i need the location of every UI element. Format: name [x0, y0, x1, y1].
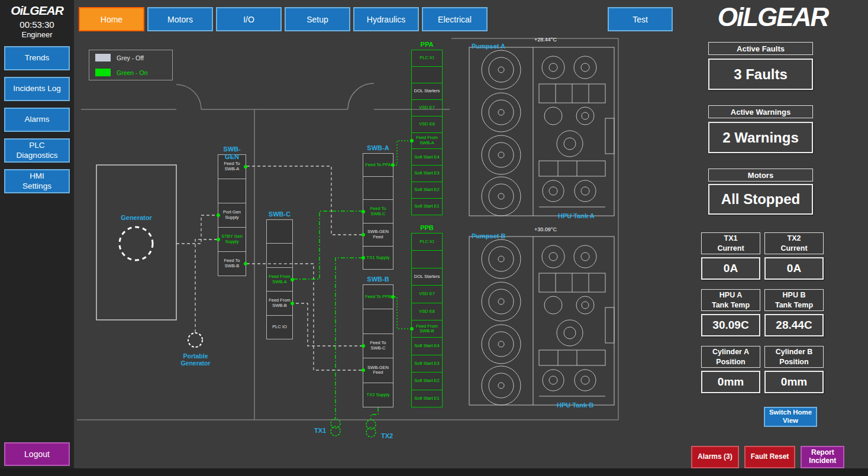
readout-header: TX2 Current — [764, 232, 824, 254]
legend-item: Grey - Off — [95, 54, 166, 61]
breaker-cell: STBY Gen Supply — [218, 228, 246, 252]
breaker-cell-label: Feed To SWB-A — [219, 161, 245, 171]
panel-swb-b: SWB-BFeed To PPBFeed To SWB-CSWB-GEN Fee… — [363, 276, 393, 407]
tab-motors[interactable]: Motors — [147, 7, 213, 31]
connection-dot — [244, 262, 247, 265]
connection-dot — [362, 256, 365, 260]
breaker-cell: DOL Starters — [412, 268, 442, 286]
breaker-cell-label: VSD E8 — [419, 122, 435, 127]
breaker-cell: PLC IO — [267, 316, 292, 339]
breaker-cell: Port Gen Supply — [218, 203, 246, 228]
breaker-cell: Feed To SWB-C — [363, 334, 393, 358]
breaker-cell-label: VSD E7 — [419, 292, 435, 297]
breaker-cell: Feed From SWB-B — [267, 292, 292, 315]
connection-dot — [291, 302, 294, 305]
breaker-cell-label: Soft Start E4 — [414, 344, 440, 349]
breaker-cell: Feed From SWB-A — [412, 133, 442, 150]
readout-hpu-b-tank-temp: HPU B Tank Temp28.44C — [764, 289, 824, 336]
readout-hpu-a-tank-temp: HPU A Tank Temp30.09C — [701, 289, 760, 336]
pumpset-a-label: Pumpset A — [472, 43, 505, 50]
breaker-cell: DOL Starters — [412, 83, 442, 100]
logout-button[interactable]: Logout — [4, 442, 70, 466]
panel-title: PPA — [411, 41, 443, 48]
panel-ppa: PPAPLC IODOL StartersVSD E7VSD E8Feed Fr… — [411, 41, 443, 215]
breaker-cell-label: DOL Starters — [414, 89, 440, 94]
bottom-action-buttons: Alarms (3)Fault ResetReport Incident — [691, 446, 844, 468]
panel-title: SWB-GEN — [218, 145, 246, 153]
breaker-cell — [363, 309, 393, 333]
panel-title: SWB-C — [266, 211, 293, 218]
breaker-cell — [267, 220, 292, 244]
panel-cells: PLC IODOL StartersVSD E7VSD E8Feed From … — [411, 233, 443, 407]
breaker-cell-label: Soft Start E3 — [414, 361, 440, 367]
breaker-cell-label: TX2 Supply — [367, 393, 390, 398]
pumpset-b-temp: +30.09°C — [534, 226, 557, 232]
connection-dot — [217, 238, 220, 241]
sidebar-item-incidents-log[interactable]: Incidents Log — [4, 77, 70, 101]
breaker-cell: VSD E8 — [412, 116, 442, 133]
breaker-cell-label: VSD E8 — [419, 309, 435, 315]
breaker-cell-label: PLC IO — [420, 56, 434, 61]
active-warnings-header: Active Warnings — [708, 105, 813, 118]
readout-header: Cylinder A Position — [701, 346, 760, 368]
readout-tx1-current: TX1 Current0A — [701, 232, 760, 280]
sidebar-item-plc-diagnostics[interactable]: PLC Diagnostics — [4, 138, 70, 163]
breaker-cell-label: Soft Start E3 — [414, 171, 440, 176]
sidebar-item-hmi-settings[interactable]: HMI Settings — [4, 169, 70, 193]
hpu-tank-b-label: HPU Tank B — [557, 401, 593, 409]
oilgear-logo-small: OiLGEAR — [0, 0, 74, 18]
fault-reset-button[interactable]: Fault Reset — [744, 446, 796, 468]
tab-setup[interactable]: Setup — [285, 7, 350, 31]
sidebar-buttons: TrendsIncidents LogAlarmsPLC Diagnostics… — [4, 46, 70, 193]
sidebar: OiLGEAR 00:53:30 Engineer TrendsIncident… — [0, 0, 74, 476]
breaker-cell-label: Feed To SWB-C — [364, 341, 392, 351]
breaker-cell-label: Soft Start E4 — [414, 155, 440, 160]
hpu-tank-a-label: HPU Tank A — [558, 212, 595, 219]
panel-swb-c: SWB-CFeed From SWB-AFeed From SWB-BPLC I… — [266, 211, 293, 339]
generator-symbol — [120, 227, 153, 260]
breaker-cell: Feed To SWB-B — [218, 252, 246, 276]
report-incident-button[interactable]: Report Incident — [801, 446, 844, 468]
tab-home[interactable]: Home — [79, 7, 144, 31]
breaker-cell: Feed To SWB-C — [363, 200, 393, 223]
panel-ppb: PPBPLC IODOL StartersVSD E7VSD E8Feed Fr… — [411, 224, 443, 407]
active-faults-value: 3 Faults — [708, 59, 813, 90]
tab-electrical[interactable]: Electrical — [422, 7, 488, 31]
tab-hydraulics[interactable]: Hydraulics — [353, 7, 419, 31]
legend-label: Grey - Off — [117, 54, 144, 61]
breaker-cell: Soft Start E4 — [412, 149, 442, 166]
alarms-3-button[interactable]: Alarms (3) — [691, 446, 739, 468]
panel-cells: Feed To PPAFeed To SWB-CSWB-GEN FeedTX1 … — [363, 153, 393, 270]
readout-value: 0A — [764, 257, 824, 280]
breaker-cell-label: DOL Starters — [414, 274, 440, 280]
breaker-cell — [412, 251, 442, 268]
power-lines-on — [293, 141, 411, 420]
breaker-cell: SWB-GEN Feed — [363, 358, 393, 383]
readout-cylinder-a-position: Cylinder A Position0mm — [701, 346, 760, 393]
tab-i-o[interactable]: I/O — [216, 7, 282, 31]
breaker-cell — [363, 177, 393, 200]
breaker-cell: Feed To SWB-A — [218, 155, 246, 179]
test-button[interactable]: Test — [608, 7, 673, 31]
breaker-cell-label: Feed From SWB-A — [412, 135, 441, 145]
readout-header: HPU A Tank Temp — [701, 289, 760, 311]
breaker-cell-label: Feed To PPB — [365, 294, 391, 300]
generator-label: Generator — [96, 214, 176, 221]
sidebar-item-alarms[interactable]: Alarms — [4, 108, 70, 132]
breaker-cell-label: STBY Gen Supply — [219, 234, 245, 244]
breaker-cell: Feed To PPA — [363, 154, 393, 177]
breaker-cell-label: Port Gen Supply — [219, 210, 245, 220]
sidebar-item-trends[interactable]: Trends — [4, 46, 70, 70]
switch-home-view-button[interactable]: Switch Home View — [764, 407, 817, 427]
breaker-cell: Soft Start E2 — [412, 182, 442, 199]
pumpset-b-label: Pumpset B — [472, 232, 505, 239]
readout-header: HPU B Tank Temp — [764, 289, 824, 311]
breaker-cell-label: SWB-GEN Feed — [364, 365, 392, 375]
readout-tx2-current: TX2 Current0A — [764, 232, 824, 280]
readouts-grid: TX1 Current0ATX2 Current0AHPU A Tank Tem… — [701, 232, 824, 393]
readout-value: 0A — [701, 257, 760, 280]
readout-value: 28.44C — [764, 314, 824, 336]
pumpset-b-drawing — [469, 237, 614, 405]
tx2-label: TX2 — [381, 432, 393, 439]
breaker-cell: VSD E7 — [412, 286, 442, 303]
